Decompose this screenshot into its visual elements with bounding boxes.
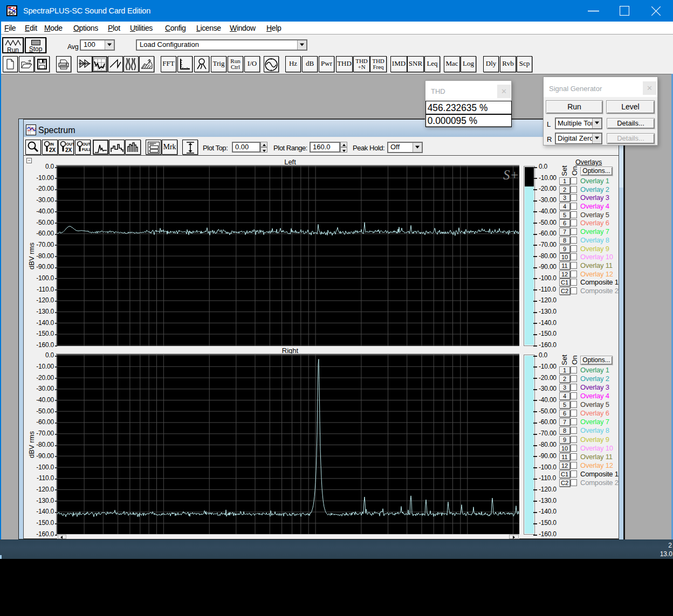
svg-text:2X: 2X xyxy=(65,147,72,153)
svg-text:SC: SC xyxy=(8,10,15,16)
svg-text:IN: IN xyxy=(50,142,54,147)
svg-text:2X: 2X xyxy=(49,147,56,153)
svg-text:OUT: OUT xyxy=(83,142,90,146)
svg-text:OUT: OUT xyxy=(66,142,73,147)
svg-text:FULL: FULL xyxy=(82,148,90,151)
